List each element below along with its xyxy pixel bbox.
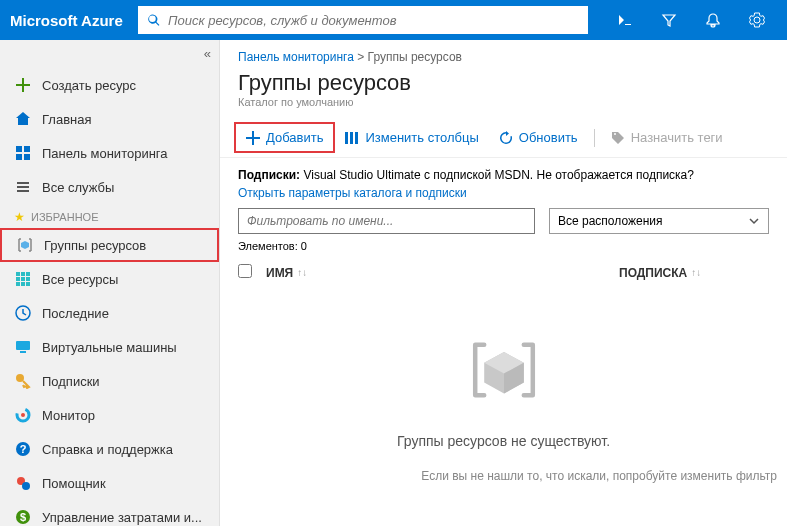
svg-rect-11 [21, 282, 25, 286]
sidebar: « Создать ресурс Главная Панель монитори… [0, 40, 220, 526]
clock-icon [14, 304, 32, 322]
breadcrumb-current: Группы ресурсов [368, 50, 462, 64]
sidebar-advisor[interactable]: Помощник [0, 466, 219, 500]
svg-rect-9 [26, 277, 30, 281]
sidebar-label: Управление затратами и... [42, 510, 202, 525]
sidebar-label: Панель мониторинга [42, 146, 168, 161]
list-icon [14, 178, 32, 196]
sidebar-label: Виртуальные машины [42, 340, 177, 355]
svg-rect-26 [350, 132, 353, 144]
svg-rect-4 [16, 272, 20, 276]
sidebar-subscriptions[interactable]: Подписки [0, 364, 219, 398]
sidebar-vms[interactable]: Виртуальные машины [0, 330, 219, 364]
notifications-button[interactable] [693, 0, 733, 40]
sidebar-label: Все ресурсы [42, 272, 118, 287]
sidebar-label: Помощник [42, 476, 106, 491]
sidebar-help[interactable]: ? Справка и поддержка [0, 432, 219, 466]
svg-rect-25 [345, 132, 348, 144]
select-all-checkbox[interactable] [238, 264, 252, 278]
home-icon [14, 110, 32, 128]
subscription-settings-link[interactable]: Открыть параметры каталога и подписки [220, 186, 787, 208]
sidebar-label: Справка и поддержка [42, 442, 173, 457]
svg-rect-27 [355, 132, 358, 144]
sidebar-create-resource[interactable]: Создать ресурс [0, 68, 219, 102]
cloud-shell-button[interactable] [605, 0, 645, 40]
plus-icon [14, 76, 32, 94]
sidebar-all-resources[interactable]: Все ресурсы [0, 262, 219, 296]
breadcrumb: Панель мониторинга > Группы ресурсов [220, 40, 787, 68]
sort-icon: ↑↓ [691, 267, 701, 278]
sidebar-dashboard[interactable]: Панель мониторинга [0, 136, 219, 170]
svg-text:?: ? [20, 443, 27, 455]
sort-icon: ↑↓ [297, 267, 307, 278]
favorites-header: ★ Избранное [0, 204, 219, 228]
refresh-button[interactable]: Обновить [489, 124, 588, 151]
grid-icon [14, 270, 32, 288]
help-icon: ? [14, 440, 32, 458]
empty-state: Группы ресурсов не существуют. [220, 285, 787, 469]
sidebar-recent[interactable]: Последние [0, 296, 219, 330]
location-filter-select[interactable]: Все расположения [549, 208, 769, 234]
chevron-down-icon [748, 215, 760, 227]
svg-rect-3 [24, 154, 30, 160]
page-title: Группы ресурсов [220, 68, 787, 96]
sidebar-label: Монитор [42, 408, 95, 423]
search-icon [147, 13, 160, 27]
assign-tags-button: Назначить теги [601, 124, 733, 151]
svg-point-16 [16, 374, 24, 382]
cost-icon: $ [14, 508, 32, 526]
sidebar-label: Главная [42, 112, 91, 127]
settings-button[interactable] [737, 0, 777, 40]
azure-logo: Microsoft Azure [10, 12, 123, 29]
empty-hint: Если вы не нашли то, что искали, попробу… [220, 469, 787, 483]
svg-point-18 [21, 413, 25, 417]
cube-brackets-icon [16, 236, 34, 254]
sidebar-label: Подписки [42, 374, 100, 389]
empty-title: Группы ресурсов не существуют. [240, 433, 767, 449]
page-subtitle: Каталог по умолчанию [220, 96, 787, 118]
key-icon [14, 372, 32, 390]
vm-icon [14, 338, 32, 356]
sidebar-label: Создать ресурс [42, 78, 136, 93]
sidebar-label: Последние [42, 306, 109, 321]
svg-rect-5 [21, 272, 25, 276]
svg-rect-7 [16, 277, 20, 281]
sidebar-cost[interactable]: $ Управление затратами и... [0, 500, 219, 526]
edit-columns-button[interactable]: Изменить столбцы [335, 124, 488, 151]
svg-rect-0 [16, 146, 22, 152]
svg-rect-14 [16, 341, 30, 350]
svg-rect-1 [24, 146, 30, 152]
element-count: Элементов: 0 [220, 238, 787, 260]
name-filter-input[interactable] [238, 208, 535, 234]
add-button[interactable]: Добавить [234, 122, 335, 153]
search-input[interactable] [168, 13, 579, 28]
sidebar-home[interactable]: Главная [0, 102, 219, 136]
sidebar-monitor[interactable]: Монитор [0, 398, 219, 432]
filter-button[interactable] [649, 0, 689, 40]
svg-rect-15 [20, 351, 26, 353]
svg-rect-8 [21, 277, 25, 281]
refresh-icon [499, 131, 513, 145]
sidebar-all-services[interactable]: Все службы [0, 170, 219, 204]
dashboard-icon [14, 144, 32, 162]
collapse-sidebar-button[interactable]: « [204, 46, 211, 61]
empty-cube-icon [240, 325, 767, 419]
star-icon: ★ [14, 210, 25, 224]
monitor-icon [14, 406, 32, 424]
column-subscription[interactable]: подписка ↑↓ [619, 264, 769, 281]
svg-point-22 [22, 482, 30, 490]
global-search[interactable] [138, 6, 588, 34]
plus-icon [246, 131, 260, 145]
columns-icon [345, 131, 359, 145]
svg-text:$: $ [20, 511, 26, 523]
svg-rect-12 [26, 282, 30, 286]
sidebar-label: Все службы [42, 180, 114, 195]
advisor-icon [14, 474, 32, 492]
table-header: имя ↑↓ подписка ↑↓ [220, 260, 787, 285]
breadcrumb-parent[interactable]: Панель мониторинга [238, 50, 354, 64]
sidebar-label: Группы ресурсов [44, 238, 146, 253]
svg-rect-2 [16, 154, 22, 160]
column-name[interactable]: имя ↑↓ [266, 264, 619, 281]
sidebar-resource-groups[interactable]: Группы ресурсов [0, 228, 219, 262]
svg-rect-6 [26, 272, 30, 276]
